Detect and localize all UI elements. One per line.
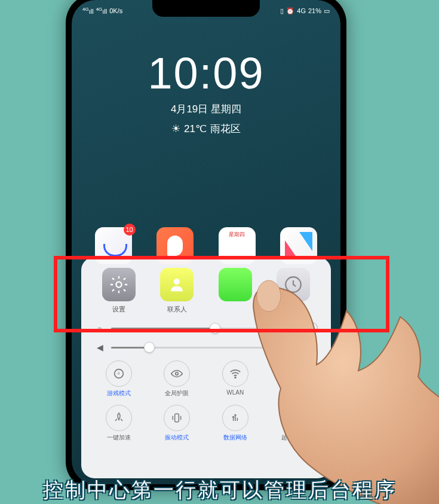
toggle-boost[interactable]: 一键加速	[90, 405, 148, 442]
clock-icon	[277, 268, 310, 301]
wifi-icon	[222, 361, 248, 387]
volume-low-icon: ◀	[94, 343, 105, 352]
vibrate-icon	[164, 405, 190, 431]
brightness-slider[interactable]: ☼ A	[94, 322, 318, 334]
svg-point-0	[116, 282, 121, 287]
weather-temp: 21℃	[184, 123, 207, 135]
rocket-icon	[106, 405, 132, 431]
recent-app-clock[interactable]: 闹钟时钟	[272, 268, 314, 314]
toggle-wlan[interactable]: WLAN	[206, 361, 265, 398]
auto-brightness-icon[interactable]: A	[306, 322, 318, 334]
toggle-vibrate[interactable]: 振动模式	[148, 405, 207, 442]
signal-icon-2: 4Gıll	[96, 7, 108, 15]
clock-weather: ☀ 21℃ 雨花区	[72, 122, 340, 136]
gamepad-icon	[106, 361, 132, 387]
clock-date: 4月19日 星期四	[72, 102, 340, 116]
volume-track[interactable]	[111, 347, 301, 349]
recent-app-hidden[interactable]	[214, 268, 256, 314]
svg-point-1	[174, 279, 180, 285]
svg-rect-6	[175, 414, 179, 421]
battery-icon: ▭	[324, 7, 330, 15]
svg-point-4	[176, 372, 179, 375]
weather-icon: ☀	[171, 123, 180, 135]
brightness-low-icon: ☼	[94, 323, 105, 333]
volume-slider[interactable]: ◀ ◀)	[94, 343, 318, 352]
phone-frame: 4Gıll 4Gıll 0K/s 10:09 ▯ ⏰ 4G 21% ▭ 10:0…	[66, 0, 346, 490]
recent-app-contacts[interactable]: 联系人	[156, 268, 198, 314]
app-icon	[219, 268, 252, 301]
toggle-grid: 游戏模式 全局护眼 WLAN	[90, 361, 323, 442]
screenshot-icon	[280, 405, 306, 431]
data-icon	[222, 405, 248, 431]
caption-text: 控制中心第一行就可以管理后台程序	[0, 476, 439, 504]
recent-app-settings[interactable]: 设置	[98, 268, 140, 314]
toggle-screenshot[interactable]: 超级截屏	[265, 405, 323, 442]
app-label: 闹钟时钟	[280, 305, 306, 314]
svg-point-5	[235, 377, 236, 378]
recent-apps-row: 设置 联系人	[90, 268, 323, 314]
brightness-track[interactable]	[111, 328, 300, 329]
svg-rect-7	[290, 414, 297, 421]
status-net: 4G	[297, 7, 306, 14]
clock-widget: 10:09 4月19日 星期四 ☀ 21℃ 雨花区	[72, 48, 340, 136]
person-icon	[160, 268, 194, 301]
eye-icon	[164, 361, 190, 387]
vibrate-icon: ▯	[280, 7, 284, 15]
volume-high-icon: ◀)	[307, 343, 318, 352]
notch	[152, 0, 260, 17]
clock-time: 10:09	[72, 48, 340, 99]
control-center: 设置 联系人	[81, 257, 331, 478]
app-label: 联系人	[167, 305, 187, 314]
toggle-game-mode[interactable]: 游戏模式	[90, 361, 148, 398]
badge: 10	[124, 224, 136, 236]
toggle-flashlight[interactable]: 手	[265, 361, 323, 398]
toggle-eye-care[interactable]: 全局护眼	[148, 361, 207, 398]
net-speed: 0K/s	[109, 7, 122, 14]
battery-pct: 21%	[308, 7, 321, 14]
phone-screen: 4Gıll 4Gıll 0K/s 10:09 ▯ ⏰ 4G 21% ▭ 10:0…	[72, 0, 340, 484]
toggle-data[interactable]: 数据网络	[206, 405, 265, 442]
gear-icon	[102, 268, 136, 301]
signal-icon: 4Gıll	[82, 7, 94, 15]
flashlight-icon	[280, 361, 306, 387]
weather-location: 雨花区	[210, 122, 241, 136]
alarm-icon: ⏰	[286, 7, 294, 15]
app-label: 设置	[112, 305, 125, 314]
